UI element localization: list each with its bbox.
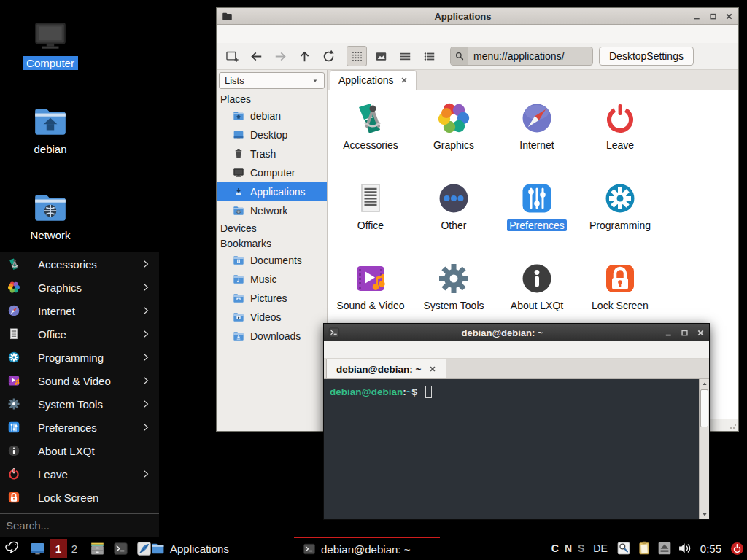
sidebar-row[interactable]: Applications (217, 182, 327, 201)
sidebar-row[interactable]: debian (217, 106, 327, 125)
app-category-item[interactable]: Leave (578, 101, 662, 181)
menubar-item[interactable] (387, 349, 401, 351)
menubar-item[interactable] (260, 33, 274, 36)
up-button[interactable] (294, 46, 314, 66)
removable-media-icon[interactable] (657, 541, 672, 556)
icon-view-button[interactable] (347, 46, 367, 66)
scrollbar-thumb[interactable] (700, 389, 708, 427)
sidebar-row[interactable]: Pictures (217, 289, 327, 308)
task-button-applications[interactable]: Applications (151, 537, 229, 560)
file-manager-launcher-icon[interactable] (90, 541, 105, 556)
desktop-settings-button[interactable]: DesktopSettings (599, 47, 694, 66)
menu-item[interactable]: Accessories (0, 252, 159, 276)
sidebar-row[interactable]: Devices (217, 220, 327, 236)
sidebar-row[interactable]: Network (217, 201, 327, 220)
app-category-item[interactable]: Internet (495, 101, 578, 181)
menu-search-input[interactable]: Search... (0, 513, 159, 537)
tab-close-icon[interactable] (400, 77, 408, 84)
menubar-item[interactable] (234, 33, 247, 36)
menu-item[interactable]: Graphics (0, 276, 159, 299)
app-category-label: Graphics (433, 139, 474, 151)
sidebar-row[interactable]: Music (217, 270, 327, 289)
sidebar-row[interactable]: Bookmarks (217, 236, 327, 251)
terminal-titlebar[interactable]: debian@debian: ~ (324, 324, 709, 341)
file-manager-titlebar[interactable]: Applications (217, 8, 738, 25)
sidebar-row[interactable]: Computer (217, 163, 327, 182)
menu-item[interactable]: System Tools (0, 392, 159, 416)
workspace-1-button[interactable]: 1 (50, 539, 67, 558)
volume-icon[interactable] (678, 541, 692, 556)
minimize-button[interactable] (665, 329, 673, 337)
desktop-icon[interactable]: Computer (6, 16, 95, 98)
menubar-item[interactable] (300, 33, 313, 36)
back-button[interactable] (246, 46, 266, 66)
detailed-view-button[interactable] (419, 46, 439, 66)
sidebar-row[interactable]: Places (217, 91, 327, 106)
app-category-label: Programming (589, 219, 651, 231)
app-category-icon (603, 101, 638, 136)
close-button[interactable] (697, 329, 705, 337)
clipboard-tray-icon[interactable] (637, 541, 651, 556)
menu-item[interactable]: Sound & Video (0, 369, 159, 392)
terminal-tab[interactable]: debian@debian: ~ (326, 359, 446, 378)
menubar-item[interactable] (247, 33, 260, 36)
sidebar-row[interactable]: Documents (217, 251, 327, 270)
menu-item[interactable]: Leave (0, 462, 159, 486)
sidebar-row[interactable]: Videos (217, 308, 327, 327)
sidebar-row[interactable]: Trash (217, 144, 327, 163)
screenshot-tray-icon[interactable] (616, 541, 631, 556)
location-bar[interactable]: menu://applications/ (450, 47, 593, 66)
maximize-button[interactable] (709, 12, 717, 20)
new-tab-button[interactable] (222, 46, 242, 66)
featherpad-launcher-icon[interactable] (136, 541, 152, 556)
tab-applications[interactable]: Applications (330, 70, 417, 90)
workspace-2-button[interactable]: 2 (67, 539, 82, 558)
app-category-item[interactable]: Office (329, 181, 412, 261)
menu-item[interactable]: Preferences (0, 416, 159, 439)
clock[interactable]: 0:55 (700, 542, 721, 555)
menu-item[interactable]: Lock Screen (0, 486, 159, 509)
menu-item[interactable]: About LXQt (0, 439, 159, 462)
show-desktop-icon[interactable] (30, 541, 45, 556)
sidebar-row[interactable]: Desktop (217, 125, 327, 144)
compact-view-button[interactable] (395, 46, 415, 66)
tab-close-icon[interactable] (429, 365, 436, 373)
app-category-item[interactable]: Programming (578, 181, 662, 261)
menubar-item[interactable] (221, 33, 234, 36)
menubar-item[interactable] (328, 349, 343, 351)
task-button-terminal[interactable]: debian@debian: ~ (294, 537, 440, 560)
scroll-down-icon[interactable] (700, 510, 709, 519)
scroll-up-icon[interactable] (700, 379, 709, 389)
app-category-item[interactable]: Preferences (495, 181, 578, 261)
terminal-scrollbar[interactable] (699, 379, 709, 519)
menubar-item[interactable] (343, 349, 357, 351)
thumbnail-view-button[interactable] (371, 46, 391, 66)
app-category-item[interactable]: Graphics (412, 101, 495, 181)
reload-button[interactable] (318, 46, 338, 66)
sidebar-mode-dropdown[interactable]: Lists (219, 72, 325, 89)
menubar-item[interactable] (372, 349, 387, 351)
terminal-screen[interactable]: debian@debian : ~ $ (324, 379, 709, 519)
maximize-button[interactable] (681, 329, 689, 337)
menu-item[interactable]: Internet (0, 299, 159, 322)
app-category-label: Office (357, 219, 384, 231)
sidebar-row[interactable]: Downloads (217, 327, 327, 346)
forward-button[interactable] (270, 46, 290, 66)
menubar-item[interactable] (287, 33, 300, 36)
resize-grip[interactable] (729, 422, 737, 429)
minimize-button[interactable] (693, 12, 701, 20)
menu-item[interactable]: Office (0, 322, 159, 346)
leave-power-button[interactable] (729, 541, 745, 556)
lxqt-menu-button[interactable] (4, 540, 21, 557)
app-category-item[interactable]: Accessories (329, 101, 412, 181)
keyboard-layout-indicator[interactable]: DE (593, 542, 607, 554)
close-button[interactable] (725, 12, 733, 20)
app-category-item[interactable]: Other (412, 181, 495, 261)
menubar-item[interactable] (274, 33, 287, 36)
app-category-label: Preferences (507, 219, 566, 231)
desktop-icon[interactable]: debian (6, 102, 95, 184)
app-category-icon (519, 101, 554, 136)
terminal-launcher-icon[interactable] (113, 541, 128, 556)
menu-item[interactable]: Programming (0, 346, 159, 369)
menubar-item[interactable] (357, 349, 372, 351)
